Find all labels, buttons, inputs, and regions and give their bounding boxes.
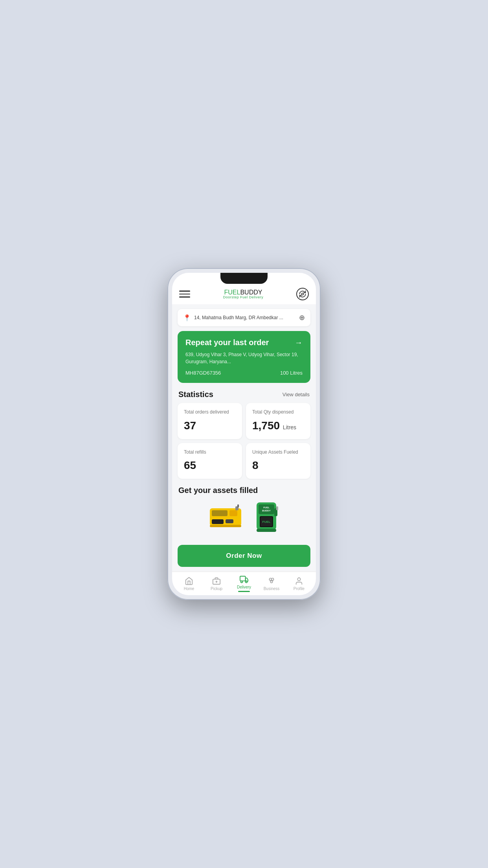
svg-rect-22 bbox=[240, 576, 246, 581]
nav-item-business[interactable]: Business bbox=[258, 575, 285, 592]
nav-item-delivery[interactable]: Delivery bbox=[230, 574, 258, 594]
phone-screen: FUELBUDDY Doorstep Fuel Delivery 📍 14, M… bbox=[172, 273, 316, 595]
repeat-order-card[interactable]: Repeat your last order → 639, Udyog Viha… bbox=[178, 331, 310, 383]
svg-rect-2 bbox=[212, 510, 227, 516]
stat-orders-label: Total orders delivered bbox=[184, 409, 236, 416]
nav-item-profile[interactable]: Profile bbox=[285, 575, 313, 592]
repeat-order-plate: MH87GD67356 bbox=[185, 370, 221, 376]
svg-rect-5 bbox=[226, 519, 233, 523]
nav-home-label: Home bbox=[184, 587, 194, 591]
business-icon bbox=[267, 577, 276, 585]
order-now-button[interactable]: Order Now bbox=[178, 545, 310, 567]
svg-rect-8 bbox=[237, 504, 239, 508]
view-details-link[interactable]: View details bbox=[283, 392, 310, 397]
home-icon bbox=[185, 577, 193, 585]
svg-rect-16 bbox=[257, 529, 276, 532]
profile-icon bbox=[295, 577, 303, 585]
svg-rect-6 bbox=[210, 525, 241, 527]
svg-point-0 bbox=[301, 293, 303, 295]
svg-text:FUEL: FUEL bbox=[262, 520, 271, 524]
nav-pickup-label: Pickup bbox=[211, 587, 222, 591]
statistics-header: Statistics View details bbox=[172, 388, 316, 403]
repeat-order-litres: 100 Litres bbox=[280, 370, 303, 376]
menu-button[interactable] bbox=[179, 289, 190, 300]
stat-qty-unit: Litres bbox=[283, 424, 296, 430]
statistics-title: Statistics bbox=[178, 390, 213, 399]
svg-point-32 bbox=[297, 577, 300, 580]
stat-card-orders: Total orders delivered 37 bbox=[178, 403, 242, 439]
stat-orders-value: 37 bbox=[184, 419, 236, 432]
svg-rect-4 bbox=[212, 519, 224, 524]
assets-section: Get your assets filled bbox=[172, 484, 316, 539]
svg-text:BUDDY: BUDDY bbox=[262, 509, 270, 512]
location-bar[interactable]: 📍 14, Mahatma Budh Marg, DR Ambedkar ...… bbox=[178, 309, 310, 326]
stat-card-qty: Total Qty dispensed 1,750 Litres bbox=[246, 403, 310, 439]
nav-business-label: Business bbox=[264, 587, 280, 591]
stat-qty-label: Total Qty dispensed bbox=[252, 409, 304, 416]
nav-delivery-label: Delivery bbox=[237, 585, 251, 589]
pickup-icon bbox=[212, 577, 221, 585]
logo-buddy: BUDDY bbox=[240, 289, 262, 296]
stat-card-refills: Total refills 65 bbox=[178, 443, 242, 479]
notch bbox=[220, 273, 268, 284]
phone-frame: FUELBUDDY Doorstep Fuel Delivery 📍 14, M… bbox=[167, 268, 321, 600]
logo-tagline: Doorstep Fuel Delivery bbox=[223, 295, 264, 299]
svg-line-31 bbox=[272, 581, 273, 581]
stat-refills-label: Total refills bbox=[184, 449, 236, 456]
generator-svg bbox=[208, 500, 247, 530]
stat-assets-value: 8 bbox=[252, 459, 304, 472]
svg-text:FUEL: FUEL bbox=[263, 506, 270, 509]
logo-fuel: FUEL bbox=[224, 289, 240, 296]
nav-profile-label: Profile bbox=[294, 587, 305, 591]
statistics-grid: Total orders delivered 37 Total Qty disp… bbox=[172, 403, 316, 484]
repeat-order-title: Repeat your last order bbox=[185, 338, 303, 347]
gps-target-icon[interactable]: ⊕ bbox=[299, 313, 305, 322]
svg-rect-18 bbox=[276, 506, 278, 510]
stat-refills-value: 65 bbox=[184, 459, 236, 472]
svg-point-24 bbox=[246, 581, 248, 583]
nav-item-home[interactable]: Home bbox=[175, 575, 203, 592]
location-text: 14, Mahatma Budh Marg, DR Ambedkar ... bbox=[194, 315, 296, 320]
delivery-icon bbox=[240, 575, 248, 584]
bottom-navigation: Home Pickup Deli bbox=[172, 572, 316, 595]
stat-card-assets: Unique Assets Fueled 8 bbox=[246, 443, 310, 479]
switch-profile-button[interactable] bbox=[296, 288, 309, 300]
app-logo: FUELBUDDY Doorstep Fuel Delivery bbox=[223, 289, 264, 299]
nav-active-indicator bbox=[238, 591, 250, 592]
generator-image bbox=[208, 500, 247, 535]
location-pin-icon: 📍 bbox=[183, 314, 191, 322]
dispenser-image: FUEL BUDDY FUEL bbox=[253, 500, 280, 535]
svg-point-23 bbox=[241, 581, 243, 583]
main-content: 📍 14, Mahatma Budh Marg, DR Ambedkar ...… bbox=[172, 304, 316, 595]
repeat-order-address: 639, Udyog Vihar 3, Phase V, Udyog Vihar… bbox=[185, 351, 303, 365]
svg-rect-3 bbox=[229, 510, 237, 516]
stat-qty-value: 1,750 Litres bbox=[252, 419, 304, 432]
stat-assets-label: Unique Assets Fueled bbox=[252, 449, 304, 456]
nav-item-pickup[interactable]: Pickup bbox=[203, 575, 230, 592]
assets-title: Get your assets filled bbox=[172, 486, 316, 500]
repeat-order-footer: MH87GD67356 100 Litres bbox=[185, 370, 303, 376]
repeat-arrow-icon: → bbox=[295, 338, 303, 347]
assets-images: FUEL BUDDY FUEL bbox=[172, 500, 316, 535]
dispenser-svg: FUEL BUDDY FUEL bbox=[253, 500, 280, 534]
